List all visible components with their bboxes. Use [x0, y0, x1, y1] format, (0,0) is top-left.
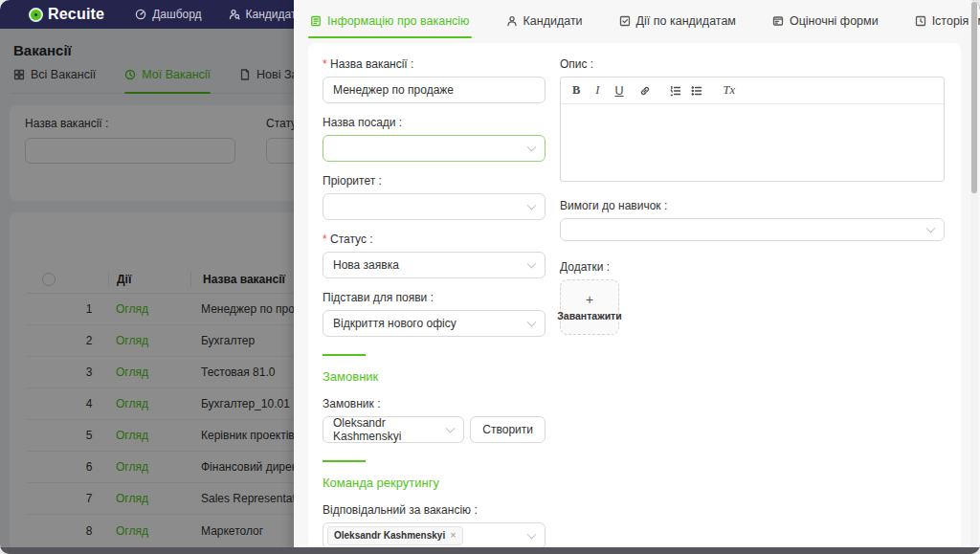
chevron-down-icon	[527, 259, 537, 269]
tag-label: Oleksandr Kashmenskyi	[334, 530, 445, 542]
skills-select[interactable]	[560, 218, 945, 241]
status-label: Статус :	[323, 233, 546, 246]
link-icon[interactable]	[639, 85, 651, 97]
vacancy-drawer: Інформацію про вакансію Кандидати Дії по…	[294, 0, 980, 554]
chevron-down-icon	[527, 201, 537, 211]
tab-label: Оціночні форми	[790, 14, 879, 28]
chevron-down-icon	[446, 424, 456, 433]
vacancy-form-card: Назва вакансії : Менеджер по продаже Наз…	[308, 43, 961, 554]
reason-value: Відкриття нового офісу	[333, 317, 457, 330]
clear-format-icon[interactable]: Tx	[724, 83, 736, 98]
upload-button[interactable]: + Завантажити	[560, 279, 619, 335]
status-value: Нова заявка	[333, 258, 399, 272]
form-icon	[772, 15, 784, 27]
navbar-item-dashboard[interactable]: Дашборд	[135, 8, 201, 21]
tab-candidate-actions[interactable]: Дії по кандидатам	[617, 5, 738, 38]
create-customer-button[interactable]: Створити	[470, 416, 546, 443]
history-icon	[915, 15, 926, 27]
remove-tag-icon[interactable]: ×	[450, 529, 456, 542]
scrollbar-thumb[interactable]	[971, 2, 977, 193]
customer-section-title: Замовник	[323, 369, 546, 384]
section-divider	[323, 460, 366, 462]
chevron-down-icon	[527, 143, 537, 152]
description-label: Опис :	[560, 57, 945, 71]
chevron-down-icon	[527, 318, 537, 327]
tab-label: Кандидати	[523, 14, 583, 28]
customer-select[interactable]: Oleksandr Kashmenskyi	[323, 416, 464, 443]
candidate-search-icon	[229, 9, 240, 20]
tab-evaluation-forms[interactable]: Оціночні форми	[770, 5, 880, 38]
navbar-item-candidates[interactable]: Кандидати	[229, 8, 303, 21]
upload-label: Завантажити	[557, 310, 621, 321]
chevron-down-icon	[926, 224, 936, 233]
dashboard-icon	[135, 9, 146, 20]
user-icon	[506, 15, 518, 27]
reason-select[interactable]: Відкриття нового офісу	[323, 310, 546, 337]
logo-text: Recuite	[48, 6, 104, 23]
bullet-list-icon[interactable]	[691, 85, 702, 97]
customer-label: Замовник :	[323, 397, 546, 410]
app-window: Recuite Дашборд Кандидати	[0, 0, 980, 554]
position-select[interactable]	[323, 135, 546, 162]
italic-icon[interactable]: I	[595, 83, 599, 98]
check-square-icon	[619, 15, 631, 27]
logo-icon	[29, 8, 43, 22]
customer-value: Oleksandr Kashmenskyi	[333, 416, 442, 443]
drawer-tabs: Інформацію про вакансію Кандидати Дії по…	[294, 0, 980, 38]
window-bottom-edge	[0, 547, 980, 554]
attachments-label: Додатки :	[560, 260, 945, 274]
bold-icon[interactable]: B	[572, 83, 580, 98]
skills-label: Вимоги до навичок :	[560, 199, 945, 212]
vacancy-name-input[interactable]: Менеджер по продаже	[323, 77, 546, 103]
scrollbar-track[interactable]	[970, 0, 978, 554]
vacancy-name-label: Назва вакансії :	[323, 57, 546, 71]
status-select[interactable]: Нова заявка	[323, 252, 546, 278]
ordered-list-icon[interactable]	[670, 85, 681, 97]
chevron-down-icon	[527, 530, 537, 540]
plus-icon: +	[586, 293, 593, 306]
underline-icon[interactable]: U	[615, 84, 624, 98]
tab-label: Дії по кандидатам	[636, 14, 736, 28]
vacancy-name-value: Менеджер по продаже	[333, 83, 454, 97]
description-textarea[interactable]	[561, 104, 944, 181]
description-editor[interactable]: B I U	[560, 77, 945, 182]
responsible-label: Відповідальний за вакансію :	[323, 503, 546, 517]
navbar-item-label: Дашборд	[152, 8, 201, 21]
app-logo[interactable]: Recuite	[29, 6, 104, 23]
tab-vacancy-info[interactable]: Інформацію про вакансію	[308, 5, 472, 38]
team-section-title: Команда рекрутингу	[323, 476, 546, 490]
priority-label: Пріоритет :	[323, 174, 546, 188]
profile-icon	[310, 15, 322, 27]
tab-candidates[interactable]: Кандидати	[504, 5, 585, 38]
position-label: Назва посади :	[323, 116, 546, 129]
responsible-multiselect[interactable]: Oleksandr Kashmenskyi ×	[323, 522, 546, 549]
priority-select[interactable]	[323, 193, 546, 220]
section-divider	[323, 354, 366, 356]
tab-label: Інформацію про вакансію	[327, 14, 470, 28]
reason-label: Підстави для появи :	[323, 291, 546, 304]
user-tag: Oleksandr Kashmenskyi ×	[327, 526, 463, 544]
editor-toolbar: B I U	[561, 78, 944, 104]
